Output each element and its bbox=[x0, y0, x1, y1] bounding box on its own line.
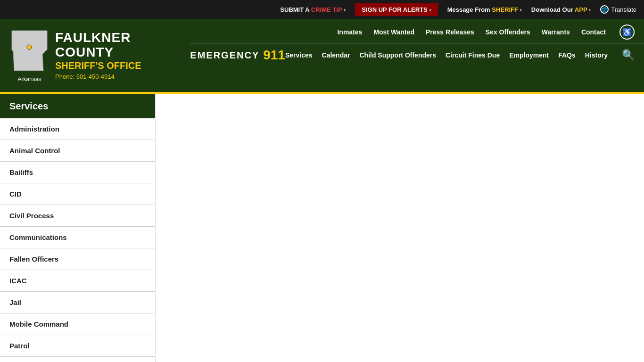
app-download-link[interactable]: Download Our APP › bbox=[531, 6, 591, 13]
sidebar-item-administration[interactable]: Administration bbox=[0, 118, 155, 140]
nav-child-support[interactable]: Child Support Offenders bbox=[359, 51, 436, 59]
header: Arkansas FAULKNER COUNTY SHERIFF'S OFFIC… bbox=[0, 19, 644, 92]
sidebar: Services Administration Animal Control B… bbox=[0, 94, 156, 362]
main-content: Services Administration Animal Control B… bbox=[0, 94, 644, 362]
sidebar-item-bailiffs[interactable]: Bailiffs bbox=[0, 162, 155, 183]
bottom-links: Services Calendar Child Support Offender… bbox=[285, 49, 635, 61]
nav-calendar[interactable]: Calendar bbox=[322, 51, 350, 59]
emergency-label: EMERGENCY bbox=[190, 50, 259, 61]
nav-top: Inmates Most Wanted Press Releases Sex O… bbox=[190, 19, 644, 44]
emergency-block: EMERGENCY 911 bbox=[190, 48, 285, 63]
sidebar-item-cid[interactable]: CID bbox=[0, 183, 155, 205]
globe-icon: 🌐 bbox=[600, 5, 609, 14]
nav-bottom: EMERGENCY 911 Services Calendar Child Su… bbox=[190, 44, 644, 66]
map-label: Arkansas bbox=[9, 76, 50, 82]
logo-title-line2: SHERIFF'S OFFICE bbox=[55, 60, 181, 71]
nav-history[interactable]: History bbox=[585, 51, 608, 59]
logo-phone: Phone: 501-450-4914 bbox=[55, 73, 181, 80]
accessibility-button[interactable]: ♿ bbox=[619, 25, 635, 40]
map-container: Arkansas bbox=[9, 28, 50, 82]
alerts-link[interactable]: SIGN UP FOR ALERTS › bbox=[355, 3, 438, 16]
logo-section: Arkansas FAULKNER COUNTY SHERIFF'S OFFIC… bbox=[0, 19, 190, 92]
translate-button[interactable]: 🌐 Translate bbox=[600, 5, 636, 14]
nav-sex-offenders[interactable]: Sex Offenders bbox=[486, 28, 530, 36]
crime-tip-link[interactable]: SUBMIT A CRIME TIP › bbox=[280, 6, 346, 13]
sidebar-item-civil-process[interactable]: Civil Process bbox=[0, 205, 155, 227]
content-area bbox=[156, 94, 644, 362]
nav-most-wanted[interactable]: Most Wanted bbox=[373, 28, 414, 36]
sidebar-item-jail[interactable]: Jail bbox=[0, 292, 155, 313]
nav-inmates[interactable]: Inmates bbox=[337, 28, 362, 36]
sidebar-item-mobile-command[interactable]: Mobile Command bbox=[0, 313, 155, 335]
sidebar-item-photos[interactable]: Photos bbox=[0, 357, 155, 362]
sidebar-item-patrol[interactable]: Patrol bbox=[0, 335, 155, 357]
emergency-number: 911 bbox=[263, 48, 285, 63]
translate-label: Translate bbox=[611, 6, 636, 13]
nav-press-releases[interactable]: Press Releases bbox=[426, 28, 474, 36]
sheriff-message-link[interactable]: Message From SHERIFF › bbox=[447, 6, 522, 13]
svg-marker-0 bbox=[12, 31, 47, 71]
nav-circuit-fines[interactable]: Circuit Fines Due bbox=[446, 51, 500, 59]
sidebar-item-animal-control[interactable]: Animal Control bbox=[0, 140, 155, 162]
top-bar: SUBMIT A CRIME TIP › SIGN UP FOR ALERTS … bbox=[0, 0, 644, 19]
search-button[interactable]: 🔍 bbox=[622, 49, 635, 61]
sidebar-title: Services bbox=[0, 94, 155, 118]
svg-point-1 bbox=[27, 45, 32, 49]
logo-title-line1: FAULKNER COUNTY bbox=[55, 31, 181, 60]
sidebar-item-communications[interactable]: Communications bbox=[0, 227, 155, 248]
sidebar-item-icac[interactable]: ICAC bbox=[0, 270, 155, 292]
logo-text: FAULKNER COUNTY SHERIFF'S OFFICE Phone: … bbox=[55, 31, 181, 80]
nav-employment[interactable]: Employment bbox=[509, 51, 549, 59]
phone-number: 501-450-4914 bbox=[76, 73, 115, 80]
phone-label: Phone: bbox=[55, 73, 74, 80]
nav-warrants[interactable]: Warrants bbox=[542, 28, 570, 36]
sidebar-item-fallen-officers[interactable]: Fallen Officers bbox=[0, 248, 155, 270]
arkansas-map bbox=[9, 28, 50, 73]
header-navigation: Inmates Most Wanted Press Releases Sex O… bbox=[190, 19, 644, 92]
nav-services[interactable]: Services bbox=[285, 51, 313, 59]
nav-contact[interactable]: Contact bbox=[581, 28, 606, 36]
nav-faqs[interactable]: FAQs bbox=[558, 51, 576, 59]
